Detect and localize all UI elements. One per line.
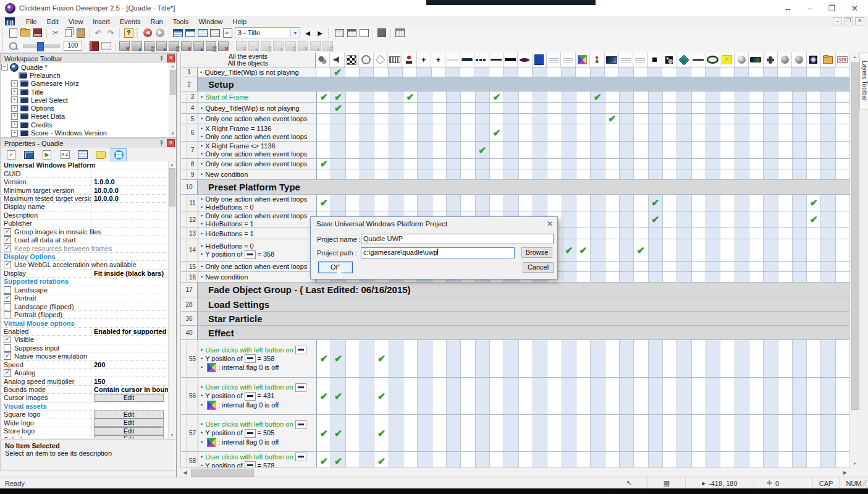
- event-conditions[interactable]: •Qubey_Title(Wip) is not playing: [198, 103, 317, 113]
- action-cell[interactable]: [663, 340, 677, 377]
- event-tool-3[interactable]: [143, 41, 155, 51]
- new-file[interactable]: [7, 28, 19, 38]
- action-cell[interactable]: [764, 452, 778, 468]
- action-cell[interactable]: [706, 92, 720, 102]
- action-cell[interactable]: [720, 195, 735, 211]
- action-cell[interactable]: [346, 114, 360, 124]
- action-cell[interactable]: [692, 103, 706, 113]
- action-cell[interactable]: [374, 92, 389, 102]
- action-cell[interactable]: [764, 272, 778, 282]
- action-cell[interactable]: [418, 195, 432, 211]
- action-cell[interactable]: [778, 67, 792, 77]
- build-schedule[interactable]: [394, 28, 406, 38]
- event-number[interactable]: 36: [181, 312, 198, 325]
- action-cell[interactable]: [562, 142, 576, 158]
- action-cell[interactable]: [764, 114, 778, 124]
- column-player-1[interactable]: [402, 53, 416, 67]
- action-cell[interactable]: [821, 159, 835, 169]
- event-conditions[interactable]: •New condition: [198, 272, 317, 282]
- action-cell[interactable]: [432, 159, 447, 169]
- event-number[interactable]: 11: [187, 195, 198, 211]
- checkbox-checked[interactable]: ✓: [4, 369, 11, 377]
- action-cell[interactable]: [706, 103, 720, 113]
- action-cell[interactable]: [519, 378, 533, 414]
- action-cell[interactable]: [389, 103, 403, 113]
- action-cell[interactable]: [591, 159, 605, 169]
- event-number[interactable]: 7: [187, 142, 198, 158]
- column-timer[interactable]: [359, 53, 373, 67]
- action-cell[interactable]: [576, 103, 591, 113]
- action-cell[interactable]: [605, 169, 620, 179]
- action-cell[interactable]: [317, 142, 331, 158]
- action-cell[interactable]: [389, 169, 403, 179]
- action-cell[interactable]: [620, 195, 634, 211]
- navigate-back[interactable]: [141, 28, 154, 38]
- action-cell[interactable]: [461, 114, 475, 124]
- event-number[interactable]: 5: [187, 114, 198, 124]
- action-cell[interactable]: [821, 195, 835, 211]
- action-cell[interactable]: [476, 195, 490, 211]
- column-photo-dark[interactable]: [605, 53, 619, 67]
- tree-item-score-windows-version[interactable]: +Score - Windows Version: [1, 129, 169, 137]
- action-cell[interactable]: [634, 142, 648, 158]
- action-cell[interactable]: [533, 124, 547, 141]
- action-cell[interactable]: [836, 159, 850, 169]
- action-cell[interactable]: [432, 415, 447, 451]
- action-cell[interactable]: [605, 340, 620, 377]
- edit-button[interactable]: Edit: [94, 394, 164, 402]
- action-cell[interactable]: [591, 272, 605, 282]
- action-cell[interactable]: [807, 103, 821, 113]
- undo[interactable]: [92, 28, 104, 38]
- property-row-portrait-flipped-[interactable]: Portrait (flipped): [1, 311, 169, 319]
- action-cell[interactable]: [460, 67, 474, 77]
- scroll-down-icon[interactable]: ▼: [169, 130, 176, 137]
- action-cell[interactable]: [605, 272, 620, 282]
- action-cell[interactable]: [720, 272, 735, 282]
- action-cell[interactable]: [519, 340, 533, 377]
- action-cell[interactable]: [620, 378, 634, 414]
- action-cell[interactable]: [735, 415, 749, 451]
- action-cell[interactable]: [663, 378, 677, 414]
- action-cell[interactable]: [706, 124, 720, 141]
- action-cell[interactable]: [447, 92, 461, 102]
- action-cell[interactable]: [432, 114, 447, 124]
- menu-events[interactable]: Events: [115, 17, 146, 26]
- event-number[interactable]: 28: [181, 297, 198, 311]
- tree-item-reset-data[interactable]: +Reset Data: [1, 113, 169, 121]
- action-cell[interactable]: [620, 114, 634, 124]
- action-cell[interactable]: [634, 195, 648, 211]
- action-cell[interactable]: [476, 452, 490, 468]
- event-tool-alt-3[interactable]: [259, 41, 272, 51]
- action-cell[interactable]: [836, 228, 850, 239]
- event-number[interactable]: 9: [187, 169, 198, 179]
- action-cell[interactable]: [432, 169, 447, 179]
- action-cell[interactable]: [447, 103, 461, 113]
- action-cell[interactable]: [749, 228, 764, 239]
- redo[interactable]: [104, 28, 117, 38]
- action-cell[interactable]: [403, 452, 418, 468]
- action-cell[interactable]: [735, 262, 749, 271]
- action-cell[interactable]: [720, 124, 735, 141]
- action-cell[interactable]: [793, 142, 807, 158]
- action-cell[interactable]: [778, 142, 793, 158]
- action-cell[interactable]: [692, 262, 706, 271]
- event-tool-alt-1[interactable]: [235, 41, 247, 51]
- action-cell[interactable]: [389, 114, 403, 124]
- event-conditions[interactable]: •Qubey_Title(Wip) is not playing: [198, 67, 316, 77]
- property-value[interactable]: Contain cursor in bounds: [91, 386, 169, 393]
- mdi-close-button[interactable]: ✕: [855, 17, 864, 25]
- chevron-down-icon[interactable]: ▾: [290, 28, 300, 37]
- action-cell[interactable]: [720, 239, 735, 261]
- column-plus-b[interactable]: [431, 53, 445, 67]
- action-cell[interactable]: [331, 159, 345, 169]
- event-conditions[interactable]: •Only one action when event loops: [198, 114, 317, 124]
- action-cell[interactable]: [476, 114, 490, 124]
- action-cell[interactable]: [547, 103, 562, 113]
- action-cell[interactable]: [562, 169, 576, 179]
- column-diamond-teal[interactable]: [676, 53, 691, 67]
- property-row-virtual-mouse-options[interactable]: Virtual Mouse options: [1, 319, 169, 327]
- column-create-objects[interactable]: [374, 53, 388, 67]
- action-cell[interactable]: [634, 272, 648, 282]
- action-cell[interactable]: [778, 262, 793, 271]
- action-cell[interactable]: [677, 114, 691, 124]
